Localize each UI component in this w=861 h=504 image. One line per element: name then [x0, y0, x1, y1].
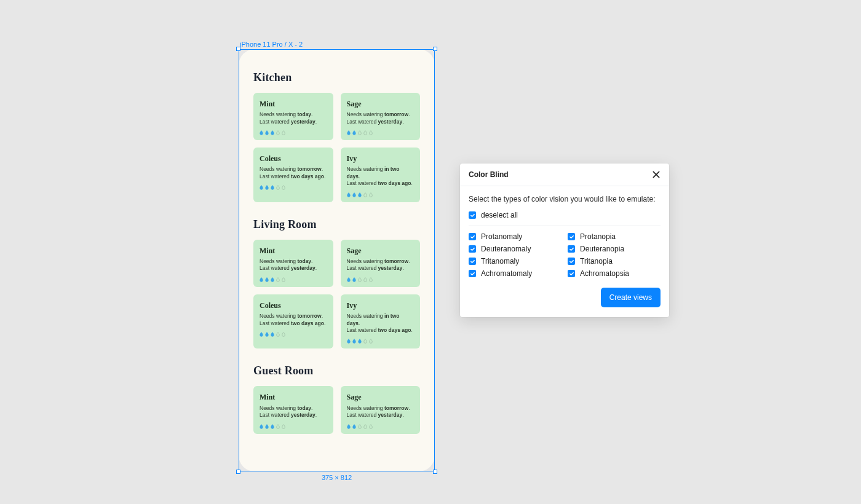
needs-watering-line: Needs watering tomorrow.	[347, 405, 415, 412]
last-watered-line: Last watered yesterday.	[260, 265, 327, 272]
water-drop-icon	[352, 130, 356, 135]
water-drop-icon	[363, 192, 367, 197]
plant-card[interactable]: IvyNeeds watering in two days.Last water…	[341, 148, 421, 202]
frame-dimensions: 375 × 812	[239, 474, 435, 481]
water-drop-icon	[352, 192, 356, 197]
plant-name: Coleus	[260, 301, 327, 310]
needs-watering-line: Needs watering today.	[260, 258, 327, 265]
resize-handle-bl[interactable]	[236, 470, 240, 474]
checkbox-icon[interactable]	[469, 270, 476, 277]
plant-card[interactable]: MintNeeds watering today.Last watered ye…	[253, 386, 333, 433]
water-drop-icon	[347, 424, 351, 429]
water-drop-icon	[363, 277, 367, 282]
resize-handle-tr[interactable]	[433, 47, 437, 51]
plant-name: Ivy	[347, 301, 415, 310]
water-drop-icon	[358, 339, 362, 344]
artboard-frame[interactable]: iPhone 11 Pro / X - 2 KitchenMintNeeds w…	[239, 49, 435, 471]
needs-watering-line: Needs watering in two days.	[347, 313, 415, 327]
last-watered-line: Last watered yesterday.	[260, 412, 327, 419]
vision-option[interactable]: Tritanomaly	[469, 257, 561, 266]
plant-card[interactable]: ColeusNeeds watering tomorrow.Last water…	[253, 148, 333, 202]
water-drop-icon	[265, 185, 269, 190]
needs-watering-line: Needs watering in two days.	[347, 166, 415, 180]
water-drop-icon	[347, 130, 351, 135]
checkbox-icon[interactable]	[469, 258, 476, 265]
vision-option[interactable]: Protanopia	[568, 232, 661, 241]
plant-card[interactable]: ColeusNeeds watering tomorrow.Last water…	[253, 294, 333, 349]
vision-option-label: Achromatopsia	[580, 269, 629, 278]
checkbox-deselect[interactable]	[469, 211, 476, 219]
water-drop-icon	[260, 332, 263, 337]
water-drop-icon	[369, 192, 373, 197]
vision-option[interactable]: Deuteranomaly	[469, 245, 561, 253]
checkbox-icon[interactable]	[568, 233, 575, 240]
water-level-indicator	[347, 277, 415, 282]
vision-option-label: Tritanomaly	[481, 257, 519, 266]
plant-card[interactable]: MintNeeds watering today.Last watered ye…	[253, 240, 333, 287]
checkbox-icon[interactable]	[469, 233, 476, 240]
plant-name: Mint	[260, 392, 327, 402]
water-level-indicator	[260, 185, 327, 190]
needs-watering-line: Needs watering tomorrow.	[347, 258, 415, 265]
water-drop-icon	[260, 130, 263, 135]
plant-name: Sage	[347, 99, 415, 109]
color-blind-panel: Color Blind Select the types of color vi…	[460, 163, 669, 317]
water-drop-icon	[358, 424, 362, 429]
plant-card[interactable]: MintNeeds watering today.Last watered ye…	[253, 93, 333, 140]
water-drop-icon	[282, 185, 285, 190]
vision-option[interactable]: Tritanopia	[568, 257, 661, 266]
water-level-indicator	[260, 332, 327, 337]
water-drop-icon	[260, 185, 263, 190]
water-level-indicator	[347, 339, 415, 344]
water-drop-icon	[265, 424, 269, 429]
water-drop-icon	[260, 424, 263, 429]
plant-card[interactable]: SageNeeds watering tomorrow.Last watered…	[341, 240, 421, 287]
water-drop-icon	[276, 185, 280, 190]
plant-card[interactable]: SageNeeds watering tomorrow.Last watered…	[341, 93, 421, 140]
water-drop-icon	[369, 130, 373, 135]
water-drop-icon	[271, 130, 274, 135]
water-drop-icon	[358, 192, 362, 197]
checkbox-icon[interactable]	[568, 270, 575, 277]
plant-name: Sage	[347, 246, 415, 256]
water-drop-icon	[265, 332, 269, 337]
checkbox-icon[interactable]	[568, 245, 575, 253]
frame-label: iPhone 11 Pro / X - 2	[240, 41, 303, 48]
needs-watering-line: Needs watering tomorrow.	[260, 166, 327, 173]
create-views-button[interactable]: Create views	[601, 288, 661, 307]
needs-watering-line: Needs watering tomorrow.	[347, 111, 415, 118]
vision-option[interactable]: Achromatomaly	[469, 269, 561, 278]
plant-name: Ivy	[347, 154, 415, 163]
water-drop-icon	[369, 339, 373, 344]
last-watered-line: Last watered two days ago.	[260, 320, 327, 327]
room-title: Guest Room	[253, 364, 420, 377]
water-drop-icon	[265, 277, 269, 282]
device-screen: KitchenMintNeeds watering today.Last wat…	[239, 49, 435, 471]
vision-option[interactable]: Achromatopsia	[568, 269, 661, 278]
vision-option[interactable]: Deuteranopia	[568, 245, 661, 253]
checkbox-icon[interactable]	[568, 258, 575, 265]
water-drop-icon	[352, 339, 356, 344]
panel-title: Color Blind	[469, 170, 509, 179]
plant-name: Sage	[347, 392, 415, 402]
needs-watering-line: Needs watering today.	[260, 111, 327, 118]
vision-option-label: Protanomaly	[481, 232, 522, 241]
water-drop-icon	[271, 185, 274, 190]
water-drop-icon	[260, 277, 263, 282]
deselect-all-row[interactable]: deselect all	[469, 211, 661, 226]
last-watered-line: Last watered yesterday.	[347, 412, 415, 419]
vision-option[interactable]: Protanomaly	[469, 232, 561, 241]
water-level-indicator	[260, 424, 327, 429]
close-icon[interactable]	[652, 170, 661, 179]
water-level-indicator	[347, 130, 415, 135]
water-drop-icon	[271, 332, 274, 337]
plant-card[interactable]: IvyNeeds watering in two days.Last water…	[341, 294, 421, 349]
resize-handle-br[interactable]	[433, 470, 437, 474]
plant-card[interactable]: SageNeeds watering tomorrow.Last watered…	[341, 386, 421, 433]
last-watered-line: Last watered two days ago.	[347, 327, 415, 334]
checkbox-icon[interactable]	[469, 245, 476, 253]
water-drop-icon	[282, 332, 285, 337]
plant-card-grid: MintNeeds watering today.Last watered ye…	[253, 240, 420, 349]
water-drop-icon	[276, 424, 280, 429]
water-drop-icon	[271, 277, 274, 282]
